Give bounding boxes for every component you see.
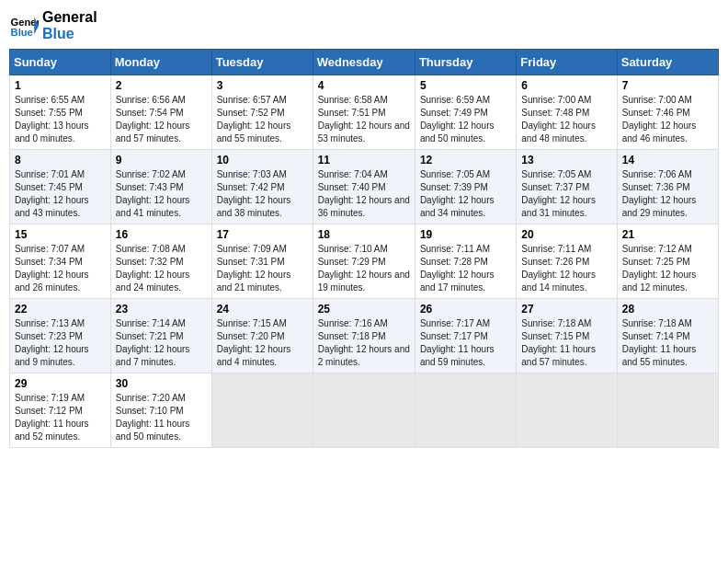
day-number: 24 — [217, 303, 308, 316]
day-cell: 1 Sunrise: 6:55 AM Sunset: 7:55 PM Dayli… — [10, 75, 111, 150]
page-header: General Blue General Blue — [9, 9, 719, 41]
day-info: Sunrise: 7:05 AM Sunset: 7:37 PM Dayligh… — [521, 168, 611, 220]
day-cell: 22 Sunrise: 7:13 AM Sunset: 7:23 PM Dayl… — [10, 299, 111, 373]
day-number: 10 — [217, 154, 308, 167]
day-number: 9 — [116, 154, 207, 167]
day-info: Sunrise: 7:01 AM Sunset: 7:45 PM Dayligh… — [15, 168, 106, 220]
header-thursday: Thursday — [415, 50, 516, 75]
day-cell: 17 Sunrise: 7:09 AM Sunset: 7:31 PM Dayl… — [211, 224, 313, 299]
day-cell: 8 Sunrise: 7:01 AM Sunset: 7:45 PM Dayli… — [10, 150, 111, 224]
day-cell: 21 Sunrise: 7:12 AM Sunset: 7:25 PM Dayl… — [617, 224, 718, 299]
day-number: 8 — [15, 154, 106, 167]
day-info: Sunrise: 6:57 AM Sunset: 7:52 PM Dayligh… — [217, 94, 308, 145]
day-number: 15 — [15, 228, 106, 241]
day-info: Sunrise: 7:05 AM Sunset: 7:39 PM Dayligh… — [420, 168, 511, 220]
day-cell: 12 Sunrise: 7:05 AM Sunset: 7:39 PM Dayl… — [415, 150, 516, 224]
day-info: Sunrise: 7:17 AM Sunset: 7:17 PM Dayligh… — [420, 317, 511, 369]
header-tuesday: Tuesday — [211, 50, 313, 75]
day-info: Sunrise: 7:06 AM Sunset: 7:36 PM Dayligh… — [622, 168, 713, 220]
day-number: 19 — [420, 228, 511, 241]
day-cell: 2 Sunrise: 6:56 AM Sunset: 7:54 PM Dayli… — [110, 75, 211, 150]
day-info: Sunrise: 7:03 AM Sunset: 7:42 PM Dayligh… — [217, 168, 308, 220]
day-cell: 16 Sunrise: 7:08 AM Sunset: 7:32 PM Dayl… — [110, 224, 211, 299]
day-number: 18 — [318, 228, 410, 241]
day-info: Sunrise: 6:58 AM Sunset: 7:51 PM Dayligh… — [318, 94, 410, 145]
day-number: 12 — [420, 154, 511, 167]
day-info: Sunrise: 7:18 AM Sunset: 7:15 PM Dayligh… — [521, 317, 611, 369]
day-cell: 5 Sunrise: 6:59 AM Sunset: 7:49 PM Dayli… — [415, 75, 516, 150]
header-sunday: Sunday — [10, 50, 111, 75]
week-row-5: 29 Sunrise: 7:19 AM Sunset: 7:12 PM Dayl… — [10, 373, 719, 448]
header-friday: Friday — [517, 50, 617, 75]
day-cell: 25 Sunrise: 7:16 AM Sunset: 7:18 PM Dayl… — [313, 299, 415, 373]
day-number: 23 — [116, 303, 207, 316]
day-cell — [617, 373, 718, 448]
day-number: 26 — [420, 303, 511, 316]
day-info: Sunrise: 7:20 AM Sunset: 7:10 PM Dayligh… — [116, 392, 207, 443]
day-number: 21 — [622, 228, 713, 241]
day-cell: 26 Sunrise: 7:17 AM Sunset: 7:17 PM Dayl… — [415, 299, 516, 373]
day-cell: 27 Sunrise: 7:18 AM Sunset: 7:15 PM Dayl… — [517, 299, 617, 373]
day-cell: 24 Sunrise: 7:15 AM Sunset: 7:20 PM Dayl… — [211, 299, 313, 373]
day-cell: 29 Sunrise: 7:19 AM Sunset: 7:12 PM Dayl… — [10, 373, 111, 448]
header-saturday: Saturday — [617, 50, 718, 75]
day-cell: 4 Sunrise: 6:58 AM Sunset: 7:51 PM Dayli… — [313, 75, 415, 150]
day-number: 7 — [622, 79, 713, 92]
day-info: Sunrise: 7:09 AM Sunset: 7:31 PM Dayligh… — [217, 243, 308, 294]
day-cell: 18 Sunrise: 7:10 AM Sunset: 7:29 PM Dayl… — [313, 224, 415, 299]
day-cell: 3 Sunrise: 6:57 AM Sunset: 7:52 PM Dayli… — [211, 75, 313, 150]
day-info: Sunrise: 6:59 AM Sunset: 7:49 PM Dayligh… — [420, 94, 511, 145]
day-info: Sunrise: 7:18 AM Sunset: 7:14 PM Dayligh… — [622, 317, 713, 369]
day-info: Sunrise: 7:02 AM Sunset: 7:43 PM Dayligh… — [116, 168, 207, 220]
day-info: Sunrise: 7:10 AM Sunset: 7:29 PM Dayligh… — [318, 243, 410, 294]
day-cell: 6 Sunrise: 7:00 AM Sunset: 7:48 PM Dayli… — [517, 75, 617, 150]
logo-general: General — [42, 9, 97, 26]
day-number: 5 — [420, 79, 511, 92]
day-cell: 23 Sunrise: 7:14 AM Sunset: 7:21 PM Dayl… — [110, 299, 211, 373]
day-cell: 28 Sunrise: 7:18 AM Sunset: 7:14 PM Dayl… — [617, 299, 718, 373]
day-number: 3 — [217, 79, 308, 92]
day-number: 11 — [318, 154, 410, 167]
week-row-4: 22 Sunrise: 7:13 AM Sunset: 7:23 PM Dayl… — [10, 299, 719, 373]
day-info: Sunrise: 6:56 AM Sunset: 7:54 PM Dayligh… — [116, 94, 207, 145]
day-number: 29 — [15, 377, 106, 390]
day-info: Sunrise: 7:04 AM Sunset: 7:40 PM Dayligh… — [318, 168, 410, 220]
logo-blue: Blue — [42, 26, 97, 42]
day-info: Sunrise: 6:55 AM Sunset: 7:55 PM Dayligh… — [15, 94, 106, 145]
header-wednesday: Wednesday — [313, 50, 415, 75]
day-info: Sunrise: 7:13 AM Sunset: 7:23 PM Dayligh… — [15, 317, 106, 369]
day-number: 25 — [318, 303, 410, 316]
day-cell: 9 Sunrise: 7:02 AM Sunset: 7:43 PM Dayli… — [110, 150, 211, 224]
day-info: Sunrise: 7:16 AM Sunset: 7:18 PM Dayligh… — [318, 317, 410, 369]
day-info: Sunrise: 7:07 AM Sunset: 7:34 PM Dayligh… — [15, 243, 106, 294]
week-row-3: 15 Sunrise: 7:07 AM Sunset: 7:34 PM Dayl… — [10, 224, 719, 299]
day-info: Sunrise: 7:14 AM Sunset: 7:21 PM Dayligh… — [116, 317, 207, 369]
header-monday: Monday — [110, 50, 211, 75]
week-row-2: 8 Sunrise: 7:01 AM Sunset: 7:45 PM Dayli… — [10, 150, 719, 224]
day-number: 6 — [521, 79, 611, 92]
day-number: 30 — [116, 377, 207, 390]
svg-text:Blue: Blue — [11, 27, 33, 38]
day-number: 13 — [521, 154, 611, 167]
day-number: 17 — [217, 228, 308, 241]
day-cell: 11 Sunrise: 7:04 AM Sunset: 7:40 PM Dayl… — [313, 150, 415, 224]
day-cell: 30 Sunrise: 7:20 AM Sunset: 7:10 PM Dayl… — [110, 373, 211, 448]
day-number: 28 — [622, 303, 713, 316]
day-cell — [211, 373, 313, 448]
day-cell — [415, 373, 516, 448]
day-cell: 13 Sunrise: 7:05 AM Sunset: 7:37 PM Dayl… — [517, 150, 617, 224]
day-number: 27 — [521, 303, 611, 316]
day-number: 1 — [15, 79, 106, 92]
day-number: 16 — [116, 228, 207, 241]
day-number: 14 — [622, 154, 713, 167]
day-cell: 15 Sunrise: 7:07 AM Sunset: 7:34 PM Dayl… — [10, 224, 111, 299]
day-info: Sunrise: 7:15 AM Sunset: 7:20 PM Dayligh… — [217, 317, 308, 369]
day-cell: 19 Sunrise: 7:11 AM Sunset: 7:28 PM Dayl… — [415, 224, 516, 299]
day-cell — [313, 373, 415, 448]
day-info: Sunrise: 7:08 AM Sunset: 7:32 PM Dayligh… — [116, 243, 207, 294]
day-number: 20 — [521, 228, 611, 241]
day-number: 4 — [318, 79, 410, 92]
day-cell — [517, 373, 617, 448]
day-cell: 14 Sunrise: 7:06 AM Sunset: 7:36 PM Dayl… — [617, 150, 718, 224]
calendar-table: SundayMondayTuesdayWednesdayThursdayFrid… — [9, 49, 719, 448]
